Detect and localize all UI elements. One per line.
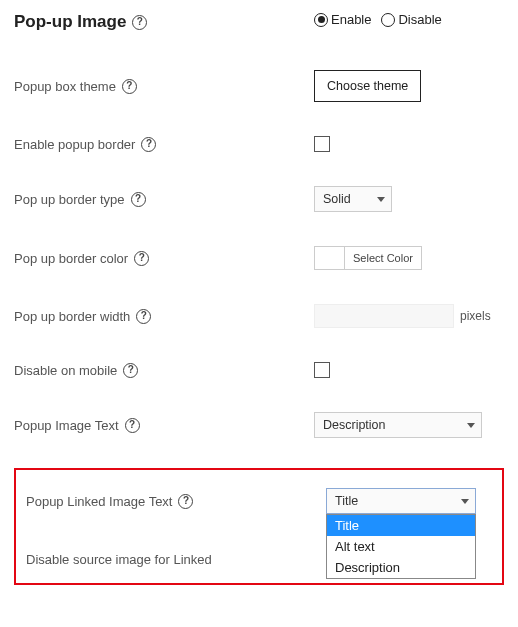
color-picker-label: Select Color	[345, 252, 421, 264]
dropdown-option-title[interactable]: Title	[327, 515, 475, 536]
help-icon[interactable]: ?	[132, 15, 147, 30]
enable-disable-radio-group: Enable Disable	[314, 12, 442, 27]
chevron-down-icon	[377, 197, 385, 202]
help-icon[interactable]: ?	[125, 418, 140, 433]
border-color-picker[interactable]: Select Color	[314, 246, 422, 270]
linked-text-value: Title	[335, 494, 358, 508]
disable-source-label: Disable source image for Linked	[26, 552, 212, 567]
image-text-select[interactable]: Description	[314, 412, 482, 438]
help-icon[interactable]: ?	[131, 192, 146, 207]
radio-enable[interactable]	[314, 13, 328, 27]
chevron-down-icon	[461, 499, 469, 504]
border-color-label: Pop up border color	[14, 251, 128, 266]
linked-text-label: Popup Linked Image Text	[26, 494, 172, 509]
radio-enable-label: Enable	[331, 12, 371, 27]
border-type-value: Solid	[323, 192, 351, 206]
disable-mobile-label: Disable on mobile	[14, 363, 117, 378]
highlight-box: Popup Linked Image Text ? Title Title Al…	[14, 468, 504, 585]
radio-disable-label: Disable	[398, 12, 441, 27]
border-type-label: Pop up border type	[14, 192, 125, 207]
help-icon[interactable]: ?	[123, 363, 138, 378]
disable-mobile-checkbox[interactable]	[314, 362, 330, 378]
border-enable-checkbox[interactable]	[314, 136, 330, 152]
linked-text-select[interactable]: Title	[326, 488, 476, 514]
border-width-input[interactable]	[314, 304, 454, 328]
image-text-label: Popup Image Text	[14, 418, 119, 433]
help-icon[interactable]: ?	[178, 494, 193, 509]
help-icon[interactable]: ?	[141, 137, 156, 152]
border-type-select[interactable]: Solid	[314, 186, 392, 212]
help-icon[interactable]: ?	[134, 251, 149, 266]
color-swatch	[315, 247, 345, 269]
dropdown-option-alt[interactable]: Alt text	[327, 536, 475, 557]
border-width-label: Pop up border width	[14, 309, 130, 324]
image-text-value: Description	[323, 418, 386, 432]
linked-text-dropdown: Title Alt text Description	[326, 514, 476, 579]
border-enable-label: Enable popup border	[14, 137, 135, 152]
chevron-down-icon	[467, 423, 475, 428]
dropdown-option-description[interactable]: Description	[327, 557, 475, 578]
page-title: Pop-up Image	[14, 12, 126, 32]
theme-label: Popup box theme	[14, 79, 116, 94]
radio-disable[interactable]	[381, 13, 395, 27]
help-icon[interactable]: ?	[122, 79, 137, 94]
help-icon[interactable]: ?	[136, 309, 151, 324]
border-width-unit: pixels	[460, 309, 491, 323]
choose-theme-button[interactable]: Choose theme	[314, 70, 421, 102]
